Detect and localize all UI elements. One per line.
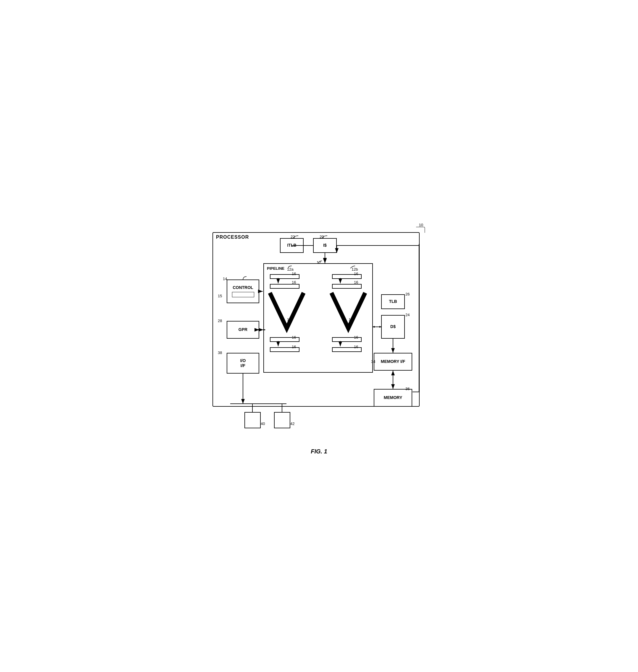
io-block: I/O I/F: [227, 353, 259, 374]
ref-40: 40: [261, 421, 265, 426]
itlb-block: ITLB: [280, 238, 304, 253]
ref-42: 42: [290, 421, 295, 426]
ref-10-line: [416, 227, 425, 233]
control-label: CONTROL: [233, 285, 253, 290]
tlb-block: TLB: [381, 294, 405, 309]
figure-caption: FIG. 1: [206, 448, 432, 458]
memif-block: MEMORY I/F: [374, 353, 412, 371]
ref-15: 15: [218, 294, 222, 298]
ref-16-1: 16: [292, 272, 296, 276]
ref-16-7: 16: [354, 335, 358, 340]
ref-18-2: 18: [349, 317, 353, 322]
ref-12a: 12a: [287, 267, 293, 272]
pipeline-block: PIPELINE: [263, 263, 373, 373]
ref-38: 38: [218, 350, 222, 355]
ref-26: 26: [405, 292, 409, 296]
small-box-40: [245, 412, 261, 428]
small-box-42: [274, 412, 290, 428]
icache-block: I$: [313, 238, 337, 253]
tlb-label: TLB: [389, 299, 397, 304]
memory-label: MEMORY: [384, 395, 402, 400]
gpr-label: GPR: [238, 327, 247, 332]
ref-16-4: 16: [354, 280, 358, 285]
ref-18-1: 18: [287, 317, 291, 322]
memory-block: MEMORY: [374, 389, 412, 407]
memif-label: MEMORY I/F: [381, 359, 405, 364]
ref-16-6: 16: [292, 345, 296, 349]
ref-22: 22: [290, 235, 295, 239]
ref-16-2: 16: [292, 280, 296, 285]
ref-16-5: 16: [292, 335, 296, 340]
dcache-block: D$: [381, 315, 405, 339]
ref-10: 10: [419, 223, 423, 227]
ref-16-8: 16: [354, 345, 358, 349]
icache-label: I$: [323, 243, 327, 248]
ref-16-3: 16: [354, 272, 358, 276]
ref-24: 24: [405, 313, 409, 317]
gpr-block: GPR: [227, 321, 259, 339]
processor-label: PROCESSOR: [216, 235, 249, 240]
v-shape-right: [329, 290, 368, 334]
io-label: I/O I/F: [240, 358, 246, 368]
v-shape-left: [267, 290, 307, 334]
itlb-label: ITLB: [287, 243, 296, 248]
pipe-stage-2a: [270, 284, 300, 289]
ref-20: 20: [320, 235, 324, 239]
ref-28: 28: [218, 318, 222, 323]
ref-34: 34: [371, 359, 375, 364]
ref-36: 36: [405, 386, 409, 391]
dcache-label: D$: [390, 324, 396, 329]
ref-12: 12: [317, 260, 321, 265]
pipe-stage-2b: [332, 284, 362, 289]
pipeline-label: PIPELINE: [267, 266, 284, 271]
ref-12b: 12b: [352, 267, 358, 272]
control-block: CONTROL: [227, 279, 259, 303]
control-inner-box: [232, 292, 254, 297]
ref-14: 14: [223, 277, 227, 281]
